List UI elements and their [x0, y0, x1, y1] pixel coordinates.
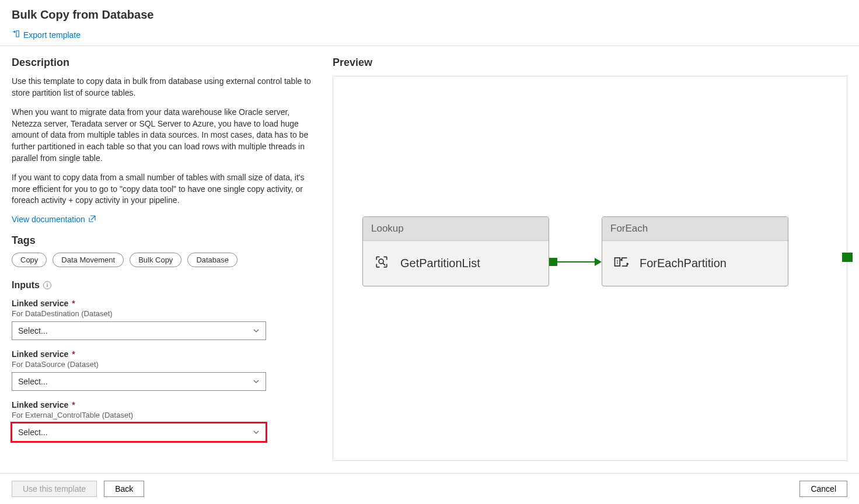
view-documentation-label: View documentation — [12, 215, 85, 224]
back-button[interactable]: Back — [104, 481, 144, 497]
info-icon[interactable]: i — [43, 281, 51, 289]
input-sublabel: For DataDestination (Dataset) — [12, 309, 315, 318]
preview-heading: Preview — [333, 57, 847, 69]
required-mark: * — [72, 349, 75, 359]
input-group-control-table: Linked service * For External_ControlTab… — [12, 400, 315, 442]
toolbar: Export template — [0, 26, 859, 46]
select-placeholder: Select... — [18, 326, 48, 335]
required-mark: * — [72, 299, 75, 308]
input-label-text: Linked service — [12, 400, 68, 410]
tag-data-movement[interactable]: Data Movement — [53, 253, 124, 267]
export-template-label: Export template — [23, 30, 81, 40]
input-label: Linked service * — [12, 299, 315, 308]
tag-database[interactable]: Database — [187, 253, 238, 267]
node-name: ForEachPartition — [640, 257, 727, 270]
input-group-data-destination: Linked service * For DataDestination (Da… — [12, 299, 315, 340]
connector-line — [557, 261, 595, 262]
input-group-data-source: Linked service * For DataSource (Dataset… — [12, 349, 315, 391]
external-link-icon — [89, 215, 96, 224]
linked-service-select-source[interactable]: Select... — [12, 372, 266, 391]
description-p1: Use this template to copy data in bulk f… — [12, 76, 315, 99]
description-heading: Description — [12, 57, 315, 69]
tags-list: Copy Data Movement Bulk Copy Database — [12, 253, 315, 267]
pipeline-node-foreach[interactable]: ForEach ForEachPartition — [602, 216, 788, 286]
chevron-down-icon — [253, 327, 260, 334]
input-label-text: Linked service — [12, 349, 68, 359]
page-title: Bulk Copy from Database — [0, 0, 859, 26]
input-label-text: Linked service — [12, 299, 68, 308]
connector-end-stub — [842, 253, 853, 262]
lookup-icon — [373, 254, 390, 273]
chevron-down-icon — [253, 378, 260, 385]
export-template-link[interactable]: Export template — [12, 30, 81, 40]
input-label: Linked service * — [12, 400, 315, 410]
node-name: GetPartitionList — [400, 257, 480, 270]
description-text: Use this template to copy data in bulk f… — [12, 76, 315, 206]
input-label: Linked service * — [12, 349, 315, 359]
pipeline-node-lookup[interactable]: Lookup GetPartitionList — [362, 216, 549, 286]
foreach-icon — [613, 254, 629, 273]
input-sublabel: For External_ControlTable (Dataset) — [12, 411, 315, 419]
linked-service-select-destination[interactable]: Select... — [12, 321, 266, 340]
description-p2: When you want to migrate data from your … — [12, 107, 315, 164]
view-documentation-link[interactable]: View documentation — [12, 215, 96, 224]
select-placeholder: Select... — [18, 377, 48, 386]
use-this-template-button: Use this template — [12, 481, 97, 497]
arrow-right-icon — [595, 258, 602, 266]
tag-copy[interactable]: Copy — [12, 253, 47, 267]
inputs-heading-label: Inputs — [12, 280, 40, 290]
required-mark: * — [72, 400, 75, 410]
node-type-label: ForEach — [602, 217, 788, 241]
connector-start — [549, 258, 557, 266]
tag-bulk-copy[interactable]: Bulk Copy — [130, 253, 181, 267]
inputs-heading: Inputs i — [12, 280, 315, 290]
preview-canvas[interactable]: Lookup GetPartitionList ForEach — [333, 76, 847, 461]
svg-point-0 — [379, 259, 383, 264]
chevron-down-icon — [253, 429, 260, 436]
description-p3: If you want to copy data from a small nu… — [12, 172, 315, 206]
node-type-label: Lookup — [363, 217, 549, 241]
cancel-button[interactable]: Cancel — [799, 481, 847, 497]
select-placeholder: Select... — [18, 428, 48, 437]
footer: Use this template Back Cancel — [0, 473, 859, 504]
tags-heading: Tags — [12, 235, 315, 247]
input-sublabel: For DataSource (Dataset) — [12, 360, 315, 369]
linked-service-select-control-table[interactable]: Select... — [12, 423, 266, 442]
pipeline-connector — [549, 256, 602, 268]
export-icon — [12, 30, 20, 40]
